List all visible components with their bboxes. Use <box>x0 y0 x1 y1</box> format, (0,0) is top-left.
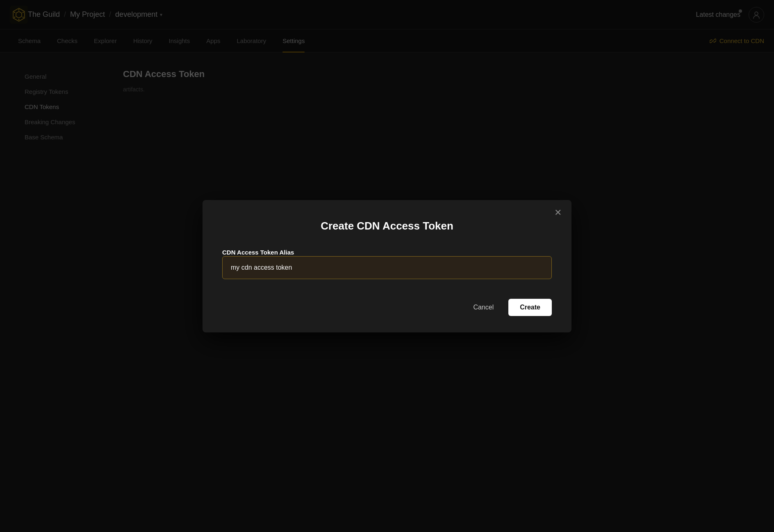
create-button[interactable]: Create <box>508 299 552 316</box>
modal-actions: Cancel Create <box>222 299 552 316</box>
modal-overlay: ✕ Create CDN Access Token CDN Access Tok… <box>0 0 774 532</box>
cancel-button[interactable]: Cancel <box>465 300 502 315</box>
modal-title: Create CDN Access Token <box>222 220 552 232</box>
modal-input-label: CDN Access Token Alias <box>222 249 294 256</box>
modal: ✕ Create CDN Access Token CDN Access Tok… <box>203 200 571 332</box>
cdn-token-alias-input[interactable] <box>222 256 552 279</box>
modal-close-button[interactable]: ✕ <box>554 208 562 217</box>
